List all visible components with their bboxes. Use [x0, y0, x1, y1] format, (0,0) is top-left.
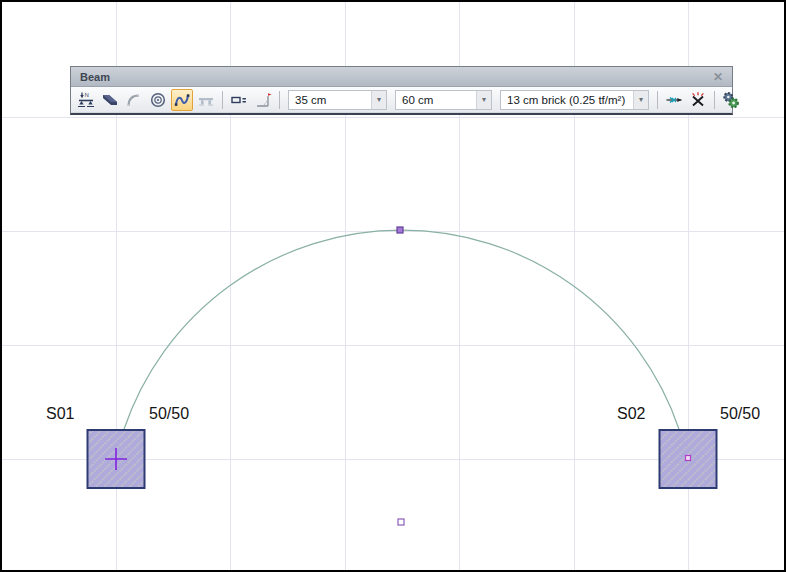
svg-text:N: N: [85, 91, 89, 97]
wall-load-combobox[interactable]: 13 cm brick (0.25 tf/m²) ▾: [500, 90, 649, 110]
column-label-s01: S01: [46, 405, 74, 423]
toolbar-separator: [222, 91, 223, 109]
beam-width-value: 35 cm: [289, 91, 371, 109]
arc-center-node[interactable]: [398, 519, 404, 525]
beam-depth-value: 60 cm: [396, 91, 476, 109]
beam-toolbar: Beam ✕ N: [70, 66, 733, 115]
beam-width-combobox[interactable]: 35 cm ▾: [288, 90, 387, 110]
beam-depth-combobox[interactable]: 60 cm ▾: [395, 90, 492, 110]
chevron-down-icon[interactable]: ▾: [371, 91, 386, 109]
beam-toolbar-titlebar[interactable]: Beam ✕: [71, 67, 732, 87]
arc-beam-icon: [124, 90, 144, 110]
close-icon[interactable]: ✕: [711, 71, 725, 83]
toolbar-title: Beam: [80, 71, 711, 83]
section-label-s01: 50/50: [149, 405, 189, 423]
column-node[interactable]: [686, 456, 691, 461]
beam-load-button[interactable]: N: [75, 89, 97, 111]
break-beam-icon: [688, 90, 708, 110]
bridge-beam-button[interactable]: [195, 89, 217, 111]
beam-load-icon: N: [76, 90, 96, 110]
ring-beam-button[interactable]: [147, 89, 169, 111]
beam-slope-icon: [253, 90, 273, 110]
arc-apex-node[interactable]: [397, 227, 403, 233]
ring-beam-icon: [148, 90, 168, 110]
extend-beam-icon: [229, 90, 249, 110]
settings-button[interactable]: [720, 89, 742, 111]
arc-beam[interactable]: [124, 230, 680, 430]
beam-toolbar-buttons: N: [71, 87, 732, 112]
beam-slope-button[interactable]: [252, 89, 274, 111]
spline-beam-icon: [172, 90, 192, 110]
toolbar-separator: [714, 91, 715, 109]
spline-beam-button[interactable]: [171, 89, 193, 111]
toolbar-separator: [279, 91, 280, 109]
section-label-s02: 50/50: [720, 405, 760, 423]
chevron-down-icon[interactable]: ▾: [476, 91, 491, 109]
toolbar-separator: [657, 91, 658, 109]
break-beam-button[interactable]: [687, 89, 709, 111]
chevron-down-icon[interactable]: ▾: [633, 91, 648, 109]
trim-to-axis-button[interactable]: [663, 89, 685, 111]
solid-beam-button[interactable]: [99, 89, 121, 111]
arc-beam-button[interactable]: [123, 89, 145, 111]
application-window: S01 50/50 S02 50/50 Beam ✕ N: [0, 0, 786, 572]
column-label-s02: S02: [617, 405, 645, 423]
bridge-beam-icon: [196, 90, 216, 110]
extend-beam-button[interactable]: [228, 89, 250, 111]
trim-to-axis-icon: [664, 90, 684, 110]
wall-load-value: 13 cm brick (0.25 tf/m²): [501, 91, 633, 109]
solid-beam-icon: [100, 90, 120, 110]
gears-icon: [721, 90, 741, 110]
